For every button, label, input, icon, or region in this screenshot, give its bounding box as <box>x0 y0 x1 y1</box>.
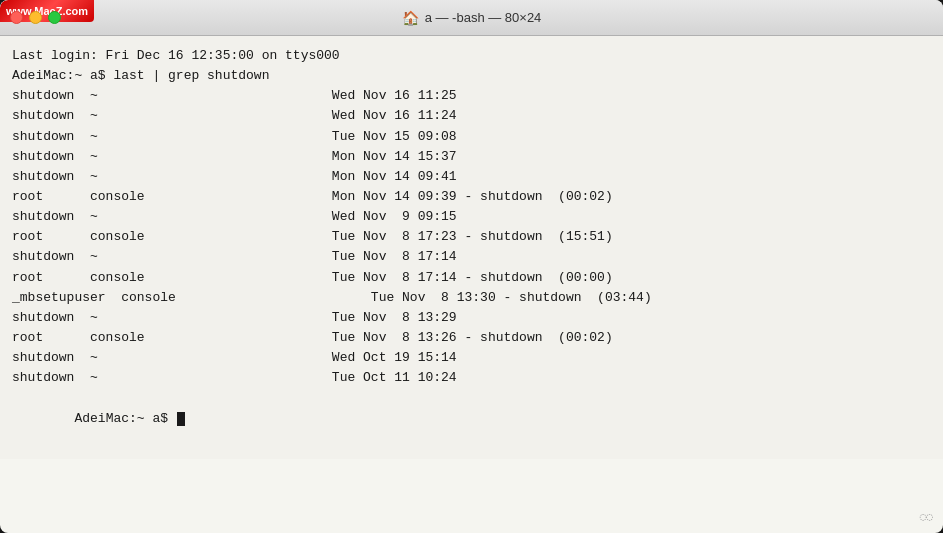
login-line: Last login: Fri Dec 16 12:35:00 on ttys0… <box>12 46 931 66</box>
terminal-window: www.MacZ.com 🏠 a — -bash — 80×24 Last lo… <box>0 0 943 533</box>
output-lines: shutdown ~ Wed Nov 16 11:25shutdown ~ We… <box>12 86 931 388</box>
window-title: 🏠 a — -bash — 80×24 <box>402 10 542 26</box>
terminal-output-line: shutdown ~ Tue Nov 8 13:29 <box>12 308 931 328</box>
terminal-wrapper[interactable]: Last login: Fri Dec 16 12:35:00 on ttys0… <box>0 36 943 533</box>
title-label: a — -bash — 80×24 <box>425 10 542 25</box>
minimize-button[interactable] <box>29 11 42 24</box>
close-button[interactable] <box>10 11 23 24</box>
terminal-output-line: shutdown ~ Mon Nov 14 09:41 <box>12 167 931 187</box>
home-icon: 🏠 <box>402 10 419 26</box>
terminal-output-line: root console Tue Nov 8 17:23 - shutdown … <box>12 227 931 247</box>
terminal-output-line: shutdown ~ Tue Nov 8 17:14 <box>12 247 931 267</box>
terminal-output-line: _mbsetupuser console Tue Nov 8 13:30 - s… <box>12 288 931 308</box>
terminal-output-line: root console Tue Nov 8 17:14 - shutdown … <box>12 268 931 288</box>
terminal-body[interactable]: Last login: Fri Dec 16 12:35:00 on ttys0… <box>0 36 943 459</box>
maximize-button[interactable] <box>48 11 61 24</box>
terminal-output-line: shutdown ~ Wed Nov 16 11:25 <box>12 86 931 106</box>
command-prompt-line: AdeiMac:~ a$ last | grep shutdown <box>12 66 931 86</box>
terminal-output-line: shutdown ~ Tue Oct 11 10:24 <box>12 368 931 388</box>
titlebar: www.MacZ.com 🏠 a — -bash — 80×24 <box>0 0 943 36</box>
terminal-output-line: shutdown ~ Wed Nov 9 09:15 <box>12 207 931 227</box>
terminal-output-line: shutdown ~ Wed Oct 19 15:14 <box>12 348 931 368</box>
traffic-lights <box>10 11 61 24</box>
terminal-output-line: shutdown ~ Wed Nov 16 11:24 <box>12 106 931 126</box>
cursor <box>177 412 185 426</box>
final-prompt-text: AdeiMac:~ a$ <box>74 411 175 426</box>
terminal-output-line: shutdown ~ Mon Nov 14 15:37 <box>12 147 931 167</box>
scrollbar-hint: ◌◌ <box>920 510 933 523</box>
terminal-output-line: root console Mon Nov 14 09:39 - shutdown… <box>12 187 931 207</box>
terminal-output-line: root console Tue Nov 8 13:26 - shutdown … <box>12 328 931 348</box>
terminal-output-line: shutdown ~ Tue Nov 15 09:08 <box>12 127 931 147</box>
final-prompt-line: AdeiMac:~ a$ <box>12 388 931 448</box>
